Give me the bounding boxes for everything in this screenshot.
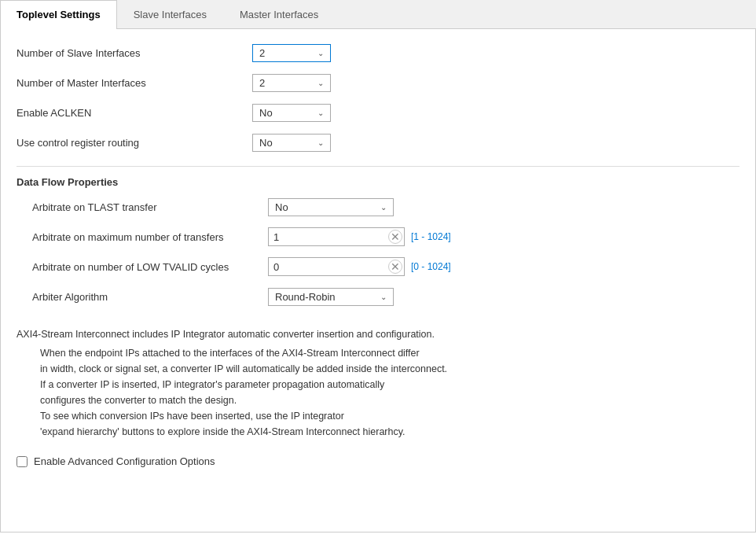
input-wrapper-max-transfers: ✕ bbox=[268, 227, 405, 246]
chevron-down-icon: ⌄ bbox=[317, 49, 324, 57]
info-line-5: To see which conversion IPs have been in… bbox=[40, 408, 739, 424]
label-max-transfers: Arbitrate on maximum number of transfers bbox=[32, 231, 268, 243]
chevron-down-icon: ⌄ bbox=[380, 293, 387, 301]
form-row-num-master: Number of Master Interfaces 2 ⌄ bbox=[17, 72, 739, 94]
label-num-master: Number of Master Interfaces bbox=[17, 77, 252, 89]
info-indented: When the endpoint IPs attached to the in… bbox=[17, 345, 739, 440]
label-algorithm: Arbiter Algorithm bbox=[32, 291, 268, 303]
label-control-routing: Use control register routing bbox=[17, 137, 252, 149]
checkbox-advanced-config[interactable] bbox=[17, 456, 28, 467]
control-num-slave: 2 ⌄ bbox=[252, 44, 331, 62]
control-max-transfers: ✕ [1 - 1024] bbox=[268, 227, 451, 246]
input-low-tvalid[interactable] bbox=[269, 259, 387, 275]
info-main-line: AXI4-Stream Interconnect includes IP Int… bbox=[17, 326, 739, 342]
chevron-down-icon: ⌄ bbox=[380, 203, 387, 212]
tab-master[interactable]: Master Interfaces bbox=[223, 0, 335, 28]
chevron-down-icon: ⌄ bbox=[317, 138, 324, 147]
select-num-slave[interactable]: 2 ⌄ bbox=[252, 44, 331, 62]
section-data-flow: Data Flow Properties bbox=[17, 166, 739, 188]
tab-slave[interactable]: Slave Interfaces bbox=[117, 0, 223, 28]
main-content: Number of Slave Interfaces 2 ⌄ Number of… bbox=[0, 29, 756, 532]
clear-low-tvalid-button[interactable]: ✕ bbox=[388, 260, 402, 274]
form-row-low-tvalid: Arbitrate on number of LOW TVALID cycles… bbox=[17, 256, 739, 278]
select-num-slave-value: 2 bbox=[259, 47, 311, 59]
range-low-tvalid: [0 - 1024] bbox=[411, 261, 451, 272]
label-aclken: Enable ACLKEN bbox=[17, 107, 252, 119]
select-aclken-value: No bbox=[259, 107, 311, 119]
select-aclken[interactable]: No ⌄ bbox=[252, 104, 331, 122]
control-tlast: No ⌄ bbox=[268, 198, 394, 216]
select-tlast[interactable]: No ⌄ bbox=[268, 198, 394, 216]
form-row-algorithm: Arbiter Algorithm Round-Robin ⌄ bbox=[17, 286, 739, 308]
checkbox-row-advanced: Enable Advanced Configuration Options bbox=[17, 455, 739, 467]
control-low-tvalid: ✕ [0 - 1024] bbox=[268, 257, 451, 276]
form-row-control-routing: Use control register routing No ⌄ bbox=[17, 131, 739, 153]
control-algorithm: Round-Robin ⌄ bbox=[268, 288, 394, 306]
tab-toplevel[interactable]: Toplevel Settings bbox=[0, 0, 117, 29]
label-tlast: Arbitrate on TLAST transfer bbox=[32, 201, 268, 213]
form-row-tlast: Arbitrate on TLAST transfer No ⌄ bbox=[17, 196, 739, 218]
info-line-6: 'expand hierarchy' buttons to explore in… bbox=[40, 424, 739, 440]
label-advanced-config[interactable]: Enable Advanced Configuration Options bbox=[34, 455, 215, 467]
label-low-tvalid: Arbitrate on number of LOW TVALID cycles bbox=[32, 261, 268, 273]
input-wrapper-low-tvalid: ✕ bbox=[268, 257, 405, 276]
chevron-down-icon: ⌄ bbox=[317, 109, 324, 117]
info-block: AXI4-Stream Interconnect includes IP Int… bbox=[17, 326, 739, 440]
info-line-1: When the endpoint IPs attached to the in… bbox=[40, 345, 739, 361]
clear-max-transfers-button[interactable]: ✕ bbox=[388, 230, 402, 244]
select-num-master-value: 2 bbox=[259, 77, 311, 89]
range-max-transfers: [1 - 1024] bbox=[411, 231, 451, 242]
input-max-transfers[interactable] bbox=[269, 229, 387, 245]
form-row-aclken: Enable ACLKEN No ⌄ bbox=[17, 101, 739, 123]
control-control-routing: No ⌄ bbox=[252, 134, 331, 152]
select-control-routing-value: No bbox=[259, 137, 311, 149]
tab-bar: Toplevel Settings Slave Interfaces Maste… bbox=[0, 0, 756, 29]
info-line-4: configures the converter to match the de… bbox=[40, 392, 739, 408]
form-row-num-slave: Number of Slave Interfaces 2 ⌄ bbox=[17, 42, 739, 64]
form-row-max-transfers: Arbitrate on maximum number of transfers… bbox=[17, 226, 739, 248]
info-line-2: in width, clock or signal set, a convert… bbox=[40, 361, 739, 377]
control-num-master: 2 ⌄ bbox=[252, 74, 331, 92]
select-algorithm[interactable]: Round-Robin ⌄ bbox=[268, 288, 394, 306]
control-aclken: No ⌄ bbox=[252, 104, 331, 122]
select-control-routing[interactable]: No ⌄ bbox=[252, 134, 331, 152]
info-line-3: If a converter IP is inserted, IP integr… bbox=[40, 377, 739, 392]
select-algorithm-value: Round-Robin bbox=[275, 291, 374, 303]
label-num-slave: Number of Slave Interfaces bbox=[17, 47, 252, 59]
chevron-down-icon: ⌄ bbox=[317, 79, 324, 87]
select-tlast-value: No bbox=[275, 201, 374, 213]
select-num-master[interactable]: 2 ⌄ bbox=[252, 74, 331, 92]
